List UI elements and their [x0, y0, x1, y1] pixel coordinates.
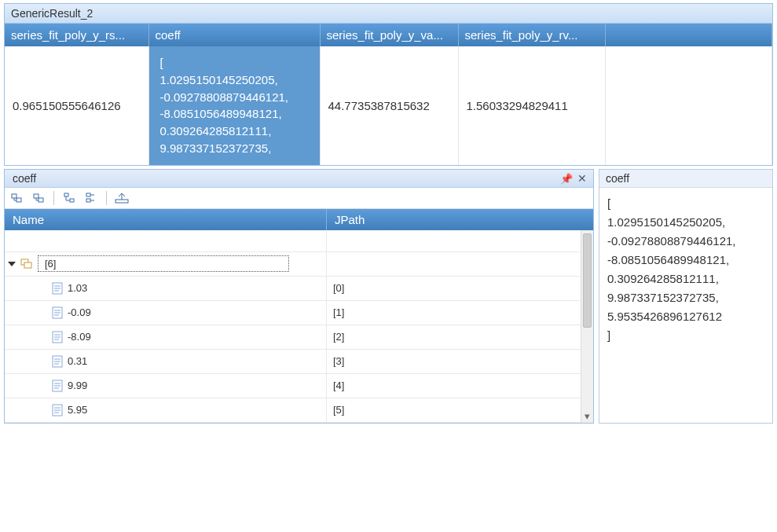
tree-item[interactable]: 1.03 [0]: [5, 277, 593, 301]
array-icon: [20, 259, 33, 270]
value-icon: [52, 355, 63, 368]
cell-rs[interactable]: 0.965150555646126: [5, 46, 148, 165]
detail-panel: coeff [ 1.0295150145250205, -0.092788088…: [599, 169, 773, 424]
result-title: GenericResult_2: [5, 4, 772, 24]
tree-panel: coeff 📌 ✕ Na: [4, 169, 594, 424]
cell-empty: [605, 46, 772, 165]
value-icon: [52, 282, 63, 295]
tree-blank-row: [5, 230, 593, 252]
tree-item-jpath: [4]: [327, 380, 593, 391]
upload-icon[interactable]: [115, 191, 129, 205]
tree-view-icon[interactable]: [62, 191, 76, 205]
col-header-va[interactable]: series_fit_poly_y_va...: [320, 24, 458, 46]
scroll-down-icon[interactable]: ▾: [581, 410, 593, 423]
cell-coeff-selected[interactable]: [ 1.0295150145250205, -0.092788088794461…: [148, 46, 320, 165]
tree-item-value: 9.99: [68, 380, 87, 391]
tree-item-jpath: [0]: [327, 282, 593, 294]
svg-rect-10: [24, 262, 31, 268]
close-icon[interactable]: ✕: [576, 172, 588, 185]
tree-item-value: -0.09: [68, 306, 91, 318]
tree-header-jpath[interactable]: JPath: [327, 209, 593, 230]
expander-icon[interactable]: [8, 262, 16, 266]
tree-toolbar: [5, 188, 593, 209]
tree-root-row[interactable]: [6]: [5, 252, 593, 277]
svg-rect-4: [64, 193, 68, 196]
tree-root-label: [6]: [38, 255, 289, 272]
svg-rect-6: [86, 193, 90, 196]
tree-item-jpath: [3]: [327, 355, 593, 367]
result-panel: GenericResult_2 series_fit_poly_y_rs... …: [4, 3, 773, 166]
tree-item-jpath: [2]: [327, 331, 593, 343]
col-header-empty: [605, 24, 772, 46]
tree-item-value: 0.31: [68, 355, 87, 367]
col-header-rs[interactable]: series_fit_poly_y_rs...: [5, 24, 148, 46]
tree-header-name[interactable]: Name: [5, 209, 327, 230]
tree-item[interactable]: 0.31 [3]: [5, 350, 593, 374]
svg-rect-3: [38, 198, 43, 202]
scrollbar[interactable]: ▴ ▾: [581, 230, 593, 423]
collapse-all-icon[interactable]: [31, 191, 46, 205]
result-row[interactable]: 0.965150555646126 [ 1.0295150145250205, …: [5, 46, 772, 165]
cell-va[interactable]: 44.7735387815632: [320, 46, 458, 165]
cell-rv[interactable]: 1.56033294829411: [458, 46, 605, 165]
list-view-icon[interactable]: [84, 191, 98, 205]
tree-item[interactable]: 9.99 [4]: [5, 374, 593, 398]
value-icon: [52, 331, 63, 343]
tree-headers: Name JPath: [5, 209, 593, 230]
tree-item[interactable]: -8.09 [2]: [5, 325, 593, 350]
detail-title: coeff: [599, 170, 772, 188]
tree-title: coeff: [13, 172, 36, 185]
svg-rect-1: [16, 198, 21, 202]
tree-item-jpath: [1]: [327, 306, 593, 318]
scroll-thumb[interactable]: [583, 233, 592, 328]
value-icon: [52, 404, 63, 416]
tree-item-value: 1.03: [68, 282, 87, 294]
tree-item[interactable]: -0.09 [1]: [5, 301, 593, 325]
tree-item-value: -8.09: [68, 331, 91, 343]
pin-icon[interactable]: 📌: [560, 173, 573, 185]
svg-rect-8: [115, 200, 128, 203]
col-header-rv[interactable]: series_fit_poly_y_rv...: [458, 24, 605, 46]
result-table: series_fit_poly_y_rs... coeff series_fit…: [5, 24, 772, 165]
svg-rect-5: [70, 199, 74, 202]
tree-item-jpath: [5]: [327, 404, 593, 416]
tree-title-bar: coeff 📌 ✕: [5, 170, 593, 188]
svg-rect-0: [12, 194, 16, 198]
svg-rect-7: [86, 199, 90, 202]
value-icon: [52, 380, 63, 392]
expand-all-icon[interactable]: [9, 191, 24, 205]
tree-item-value: 5.95: [68, 404, 87, 416]
svg-rect-2: [34, 194, 38, 198]
tree-item[interactable]: 5.95 [5]: [5, 398, 593, 423]
value-icon: [52, 306, 63, 319]
separator: [53, 191, 54, 205]
col-header-coeff[interactable]: coeff: [148, 24, 320, 46]
separator: [106, 191, 107, 205]
detail-body: [ 1.0295150145250205, -0.092788088794461…: [599, 188, 772, 351]
tree-body: [6] 1.03 [0] -0.09 [1]: [5, 230, 593, 423]
